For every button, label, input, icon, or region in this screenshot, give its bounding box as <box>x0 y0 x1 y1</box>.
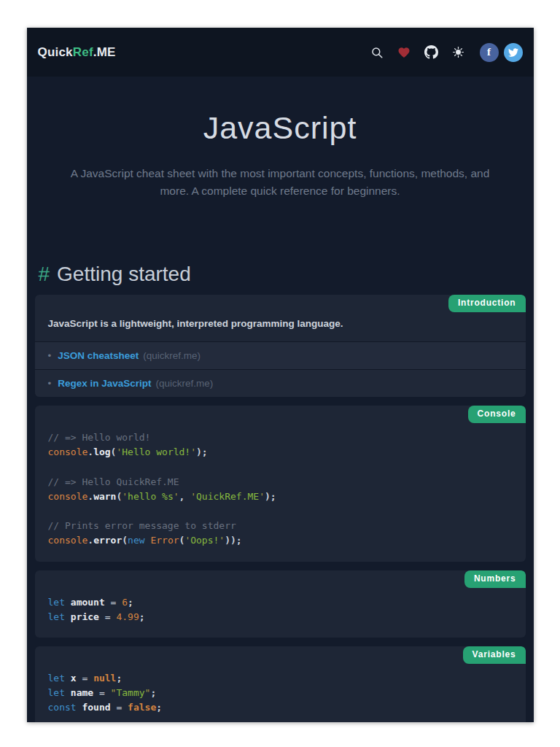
code-operator: = <box>105 597 122 608</box>
card-console: Console// => Hello world!console.log('He… <box>35 406 526 562</box>
code-punctuation: ); <box>265 491 276 502</box>
code-keyword: let <box>48 687 65 698</box>
code-variable: amount <box>71 597 105 608</box>
code-keyword: let <box>48 611 65 622</box>
card-badge[interactable]: Introduction <box>448 295 526 312</box>
code-string: Hello world! <box>122 446 190 457</box>
code-punctuation: ; <box>128 597 133 608</box>
code-quote: ' <box>190 446 196 457</box>
code-text <box>65 611 71 622</box>
code-text <box>65 597 71 608</box>
code-punctuation: )); <box>225 535 241 546</box>
code-line: let price = 4.99; <box>48 610 513 624</box>
code-comment: // => Hello QuickRef.ME <box>48 476 179 487</box>
main-content: #Getting started IntroductionJavaScript … <box>27 263 534 722</box>
code-quote: ' <box>174 491 179 502</box>
card-badge[interactable]: Console <box>468 406 526 423</box>
code-comment: // Prints error message to stderr <box>48 520 236 531</box>
code-operator: = <box>99 611 116 622</box>
code-text <box>65 673 71 684</box>
related-link-row[interactable]: •Regex in JavaScript(quickref.me) <box>35 369 526 397</box>
code-operator: = <box>93 687 110 698</box>
code-line: let x = null; <box>48 671 513 686</box>
code-string: Tammy <box>116 687 144 698</box>
twitter-icon[interactable] <box>504 43 523 62</box>
header-nav: QuickRef.ME <box>27 28 534 77</box>
code-string: Oops! <box>190 535 219 546</box>
card-badge[interactable]: Variables <box>463 646 526 664</box>
card-introduction: IntroductionJavaScript is a lightweight,… <box>35 295 526 397</box>
heart-icon[interactable] <box>397 46 411 59</box>
code-literal: false <box>128 702 156 713</box>
related-link-row[interactable]: •JSON cheatsheet(quickref.me) <box>35 341 526 369</box>
code-variable: x <box>71 673 77 684</box>
code-number: 4.99 <box>116 611 139 622</box>
link-source: (quickref.me) <box>156 378 214 389</box>
link-source: (quickref.me) <box>143 350 201 361</box>
code-keyword: new <box>128 535 144 546</box>
code-comment: // => Hello world! <box>48 432 151 443</box>
code-function: console <box>48 446 88 457</box>
code-string: hello %s <box>128 491 174 502</box>
code-punctuation: . <box>88 446 93 457</box>
code-line: let amount = 6; <box>48 595 513 610</box>
brightness-icon[interactable] <box>452 46 464 58</box>
code-function: console <box>48 491 88 502</box>
code-number: 6 <box>122 597 128 608</box>
nav-icon-group: f <box>370 43 523 62</box>
code-block: let amount = 6;let price = 4.99; <box>35 570 526 638</box>
code-line <box>48 504 513 519</box>
code-quote: ' <box>190 491 196 502</box>
code-operator: = <box>111 702 128 713</box>
logo-part-quick: Quick <box>38 45 73 59</box>
facebook-icon[interactable]: f <box>480 43 499 62</box>
logo-part-me: .ME <box>93 45 116 59</box>
code-keyword: let <box>48 597 65 608</box>
related-link[interactable]: Regex in JavaScript <box>58 378 151 389</box>
code-line: // => Hello QuickRef.ME <box>48 475 513 489</box>
code-operator: = <box>77 673 93 684</box>
related-link[interactable]: JSON cheatsheet <box>58 350 139 361</box>
code-variable: price <box>71 611 99 622</box>
code-line: console.log('Hello world!'); <box>48 445 513 460</box>
hero-section: JavaScript A JavaScript cheat sheet with… <box>27 77 534 263</box>
code-quote: ' <box>219 535 225 546</box>
code-line: const found = false; <box>48 700 513 715</box>
hash-mark: # <box>39 263 50 285</box>
code-block: // => Hello world!console.log('Hello wor… <box>35 406 526 562</box>
code-text <box>65 687 71 698</box>
code-line: console.warn('hello %s', 'QuickRef.ME'); <box>48 489 513 504</box>
code-punctuation: ; <box>116 673 122 684</box>
code-string: QuickRef.ME <box>196 491 259 502</box>
code-method: warn <box>93 491 116 502</box>
github-icon[interactable] <box>424 45 438 59</box>
code-punctuation: , <box>179 491 191 502</box>
card-numbers: Numberslet amount = 6;let price = 4.99; <box>35 570 526 638</box>
quickref-page: QuickRef.ME <box>27 28 534 722</box>
code-quote: ' <box>259 491 265 502</box>
bullet-icon: • <box>48 378 52 389</box>
page-title: JavaScript <box>56 110 505 146</box>
section-title-text: Getting started <box>57 263 191 285</box>
facebook-glyph: f <box>487 47 491 58</box>
code-method: log <box>93 446 110 457</box>
logo-part-ref: Ref <box>73 45 93 59</box>
code-function: console <box>48 535 88 546</box>
section-heading: #Getting started <box>39 263 526 286</box>
code-line: // => Hello world! <box>48 430 513 445</box>
code-literal: null <box>93 673 116 684</box>
code-keyword: const <box>48 702 77 713</box>
code-keyword: let <box>48 673 65 684</box>
code-punctuation: . <box>88 535 93 546</box>
code-block: let x = null;let name = "Tammy";const fo… <box>35 646 526 722</box>
code-punctuation: ; <box>150 687 156 698</box>
logo[interactable]: QuickRef.ME <box>38 45 116 60</box>
code-variable: name <box>71 687 93 698</box>
card-badge[interactable]: Numbers <box>464 570 526 588</box>
code-function: Error <box>150 535 179 546</box>
search-icon[interactable] <box>370 46 384 59</box>
cards: IntroductionJavaScript is a lightweight,… <box>35 295 526 722</box>
code-line: console.error(new Error('Oops!')); <box>48 533 513 548</box>
code-punctuation: ( <box>122 535 128 546</box>
code-line: // Prints error message to stderr <box>48 519 513 533</box>
